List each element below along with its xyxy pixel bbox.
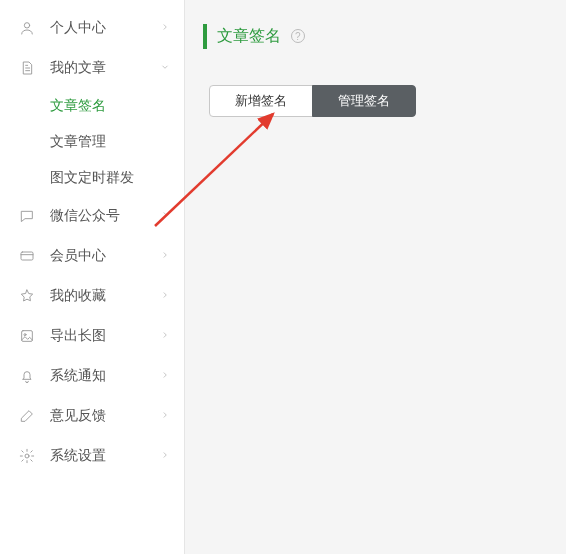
gear-icon [18, 448, 36, 464]
sidebar-item-my-articles[interactable]: 我的文章 [0, 48, 184, 88]
page-title: 文章签名 ? [203, 24, 548, 49]
sidebar-item-label: 我的文章 [50, 59, 160, 77]
sidebar-item-system-notification[interactable]: 系统通知 [0, 356, 184, 396]
page-title-text: 文章签名 [217, 27, 281, 44]
chevron-right-icon [160, 409, 170, 423]
edit-icon [18, 408, 36, 424]
document-icon [18, 60, 36, 76]
sidebar-item-feedback[interactable]: 意见反馈 [0, 396, 184, 436]
help-icon[interactable]: ? [291, 29, 305, 43]
sidebar: 个人中心我的文章文章签名文章管理图文定时群发微信公众号会员中心我的收藏导出长图系… [0, 0, 185, 554]
sidebar-subitem-label: 图文定时群发 [50, 169, 134, 187]
chevron-right-icon [160, 329, 170, 343]
sidebar-item-label: 会员中心 [50, 247, 160, 265]
chevron-right-icon [160, 21, 170, 35]
sidebar-item-label: 系统通知 [50, 367, 160, 385]
chevron-down-icon [160, 61, 170, 75]
svg-rect-2 [22, 331, 33, 342]
sidebar-subitem-scheduled-mass[interactable]: 图文定时群发 [0, 160, 184, 196]
star-icon [18, 288, 36, 304]
sidebar-item-label: 导出长图 [50, 327, 160, 345]
tab-group: 新增签名 管理签名 [209, 85, 548, 117]
tab-add-signature[interactable]: 新增签名 [209, 85, 313, 117]
sidebar-item-wechat-official[interactable]: 微信公众号 [0, 196, 184, 236]
sidebar-item-label: 我的收藏 [50, 287, 160, 305]
sidebar-item-label: 意见反馈 [50, 407, 160, 425]
sidebar-item-export-long-image[interactable]: 导出长图 [0, 316, 184, 356]
sidebar-item-personal-center[interactable]: 个人中心 [0, 8, 184, 48]
sidebar-item-label: 微信公众号 [50, 207, 160, 225]
tab-manage-signature[interactable]: 管理签名 [312, 85, 416, 117]
sidebar-item-label: 个人中心 [50, 19, 160, 37]
chevron-right-icon [160, 249, 170, 263]
sidebar-subitem-article-manage[interactable]: 文章管理 [0, 124, 184, 160]
chat-icon [18, 208, 36, 224]
svg-point-3 [24, 334, 26, 336]
sidebar-item-my-favorites[interactable]: 我的收藏 [0, 276, 184, 316]
sidebar-item-label: 系统设置 [50, 447, 160, 465]
svg-point-4 [25, 454, 29, 458]
sidebar-subitem-article-signature[interactable]: 文章签名 [0, 88, 184, 124]
user-icon [18, 20, 36, 36]
chevron-right-icon [160, 369, 170, 383]
chevron-right-icon [160, 289, 170, 303]
chevron-right-icon [160, 449, 170, 463]
sidebar-subitem-label: 文章签名 [50, 97, 106, 115]
sidebar-item-member-center[interactable]: 会员中心 [0, 236, 184, 276]
chevron-right-icon [160, 209, 170, 223]
sidebar-item-system-settings[interactable]: 系统设置 [0, 436, 184, 476]
image-icon [18, 328, 36, 344]
main-content: 文章签名 ? 新增签名 管理签名 [185, 0, 566, 554]
card-icon [18, 248, 36, 264]
bell-icon [18, 368, 36, 384]
svg-rect-1 [21, 252, 33, 260]
svg-point-0 [24, 23, 29, 28]
sidebar-subitem-label: 文章管理 [50, 133, 106, 151]
